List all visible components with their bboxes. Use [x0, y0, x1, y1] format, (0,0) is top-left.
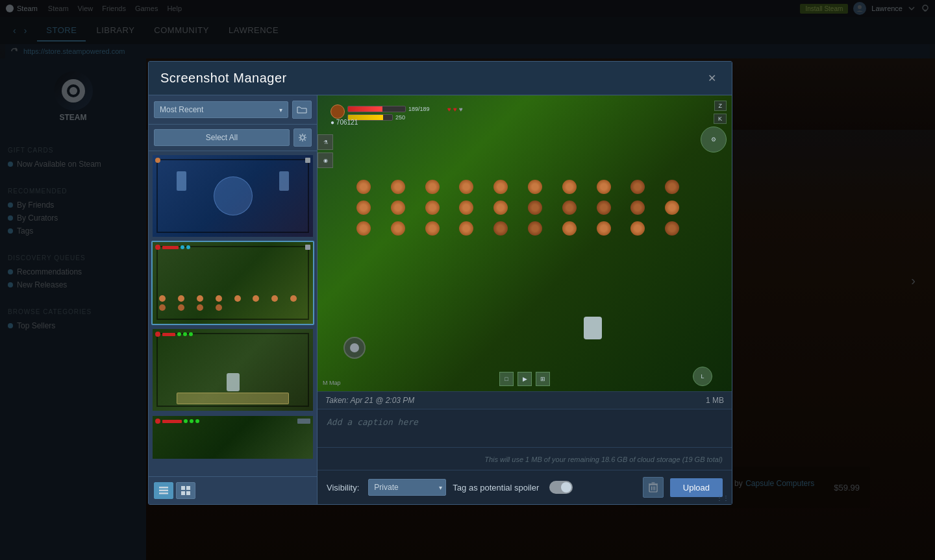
settings-button[interactable] [293, 128, 312, 147]
bottom-right-hud: L [693, 367, 712, 386]
dropdown-arrow-icon: ▾ [279, 106, 282, 114]
modal-body: Most Recent ▾ Select All [149, 95, 732, 504]
thumb-image-4 [153, 416, 313, 459]
thumb-hud-1 [155, 158, 160, 163]
screenshot-thumb-4[interactable] [151, 415, 314, 460]
screenshot-manager-modal: Screenshot Manager ✕ Most Recent ▾ Selec [148, 61, 732, 505]
spoiler-toggle[interactable] [549, 481, 573, 494]
svg-rect-8 [159, 490, 168, 492]
thumb-image-1 [153, 155, 313, 237]
list-controls: Most Recent ▾ [149, 95, 317, 125]
upload-controls-bar: Visibility: Private Public Friends Only … [318, 470, 732, 504]
sort-dropdown-value: Most Recent [160, 105, 203, 114]
thumb-pillar-1 [177, 171, 186, 191]
thumb-pillar-2 [279, 171, 289, 191]
sort-dropdown[interactable]: Most Recent ▾ [154, 101, 288, 118]
svg-point-6 [301, 136, 305, 140]
svg-rect-12 [181, 491, 185, 495]
game-hud-overlay: 189/189 250 ♥ ♥ [318, 95, 732, 391]
taken-timestamp: Taken: Apr 21 @ 2:03 PM [325, 396, 414, 405]
trash-icon [649, 482, 658, 493]
file-size: 1 MB [706, 396, 724, 405]
preview-image-area: 189/189 250 ♥ ♥ [318, 95, 732, 391]
thumb-enemies-2 [159, 295, 306, 311]
thumb-dialog [177, 393, 289, 404]
svg-rect-13 [186, 491, 190, 495]
open-folder-button[interactable] [292, 101, 312, 119]
grid-view-icon [181, 486, 190, 495]
player-stats-hud [330, 104, 345, 119]
svg-rect-7 [159, 487, 168, 489]
modal-header: Screenshot Manager ✕ [149, 62, 732, 95]
top-right-hud: Z K ⚙ [701, 101, 727, 152]
health-mana-bars: 189/189 250 [347, 106, 430, 121]
modal-title: Screenshot Manager [160, 71, 287, 86]
modal-close-button[interactable]: ✕ [704, 72, 720, 85]
screenshot-hud-btn [343, 337, 366, 359]
screenshot-list-panel: Most Recent ▾ Select All [149, 95, 318, 504]
enemy-sprites-main [356, 180, 693, 236]
thumb-hud-right-2 [305, 245, 310, 250]
heart-icons: ♥ ♥ ♥ [447, 106, 463, 113]
visibility-dropdown-wrapper: Private Public Friends Only ▾ [368, 479, 446, 496]
gear-icon [298, 133, 307, 142]
spoiler-label: Tag as potential spoiler [453, 483, 539, 493]
thumb-hud-4 [155, 419, 199, 424]
preview-metadata: Taken: Apr 21 @ 2:03 PM 1 MB [318, 391, 732, 409]
thumb-image-2 [153, 242, 313, 324]
select-all-button[interactable]: Select All [154, 129, 290, 146]
delete-button[interactable] [643, 477, 664, 498]
caption-area [318, 409, 732, 447]
list-view-button[interactable] [154, 482, 173, 499]
storage-info-text: This will use 1 MB of your remaining 18.… [484, 456, 723, 463]
svg-rect-11 [186, 486, 190, 490]
select-all-row: Select All [149, 125, 317, 151]
list-view-icon [159, 487, 168, 494]
preview-panel: 189/189 250 ♥ ♥ [318, 95, 732, 504]
folder-icon [297, 104, 307, 115]
thumb-character [227, 373, 240, 391]
player-character [584, 317, 602, 339]
thumb-image-3 [153, 329, 313, 411]
thumb-detail-1 [214, 177, 253, 215]
upload-button[interactable]: Upload [670, 478, 723, 497]
screenshot-thumb-3[interactable] [151, 328, 314, 412]
svg-rect-10 [181, 486, 185, 490]
thumb-hud-right-4 [297, 419, 310, 424]
thumb-hud-2 [155, 245, 190, 250]
player-portrait [330, 104, 345, 119]
caption-input[interactable] [318, 409, 732, 444]
grid-view-button[interactable] [176, 482, 195, 499]
screenshot-thumb-1[interactable] [151, 154, 314, 238]
bottom-center-hud: □ ▶ ⊞ [499, 372, 550, 386]
thumb-hud-right [305, 158, 310, 163]
thumb-hud-3 [155, 332, 193, 337]
screenshot-thumbnails-list[interactable] [149, 151, 317, 476]
preview-game-screenshot: 189/189 250 ♥ ♥ [318, 95, 732, 391]
resize-handle[interactable]: ⋮⋮ [716, 494, 729, 502]
score-counter: ● 706121 [330, 119, 358, 126]
view-controls [149, 476, 317, 504]
visibility-select[interactable]: Private Public Friends Only [368, 479, 446, 496]
map-label: M Map [323, 380, 341, 386]
screenshot-thumb-2[interactable] [151, 241, 314, 325]
toggle-knob [561, 482, 571, 493]
storage-info-bar: This will use 1 MB of your remaining 18.… [318, 447, 732, 470]
svg-rect-9 [159, 493, 168, 494]
visibility-label: Visibility: [327, 483, 359, 493]
left-hud-icons: ⚗ ◉ [318, 134, 333, 168]
